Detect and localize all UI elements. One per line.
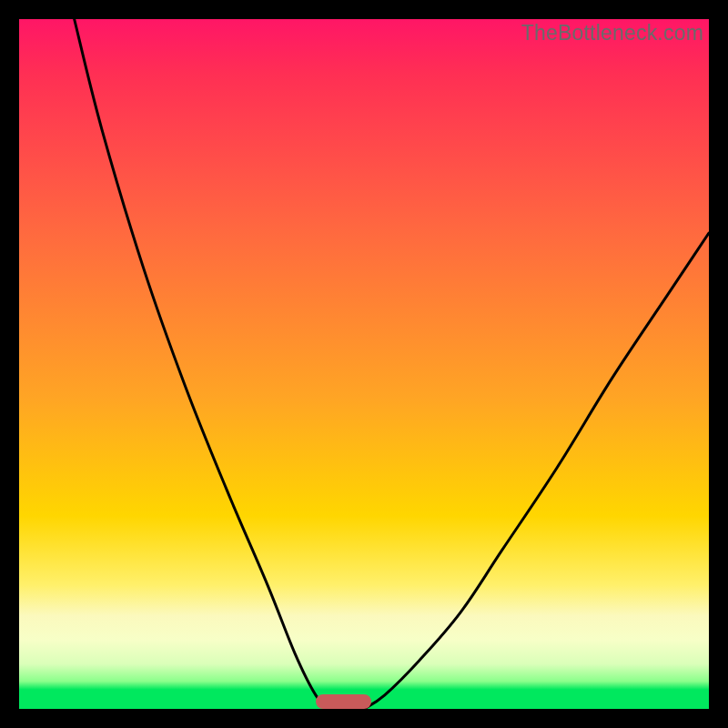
chart-frame: TheBottleneck.com (0, 0, 728, 728)
curve-right (364, 233, 709, 709)
curve-left (75, 19, 329, 709)
optimum-marker (316, 694, 371, 709)
plot-area: TheBottleneck.com (19, 19, 709, 709)
curve-layer (19, 19, 709, 709)
